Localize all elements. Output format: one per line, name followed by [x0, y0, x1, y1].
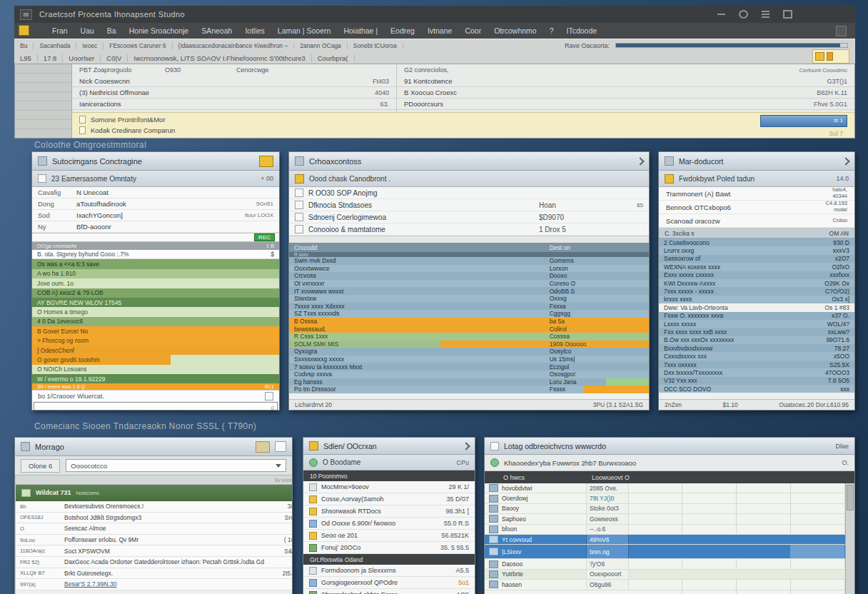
table-row[interactable]: SOLM SMK MIS 1909 Oooooo [289, 341, 649, 348]
toolbar-field[interactable]: C0|V [101, 54, 128, 62]
chevron-right-icon[interactable] [636, 157, 644, 165]
log-row[interactable]: hovobdvtwi 2085 Ove. [485, 483, 845, 493]
summary-row[interactable]: Ianiceractions 63. [72, 99, 396, 110]
table-row[interactable]: Sxxssxwxxg xxxxx Us 15ms| [289, 356, 649, 363]
table-row[interactable]: Crcvoss Dooxo [289, 272, 649, 280]
toolbar-field[interactable]: Iwcrnoonowsk, LITS SOAOV I.Fhinefooonnc … [128, 54, 312, 62]
resource-row[interactable]: Formdoonom ja Slexxxrns A5.5 [303, 565, 475, 577]
table-row[interactable]: Fxxw O. xxxxxxx xxva x37 O. [659, 312, 854, 320]
menu-item[interactable]: Fran [46, 26, 74, 35]
table-row[interactable]: OFES18J Botshoot Jdtklt Strgsdomgx3 Sroo… [16, 513, 293, 524]
document-icon[interactable] [827, 52, 833, 61]
menu-icon[interactable] [761, 10, 770, 19]
table-row[interactable]: 2 Cusebvoocono 930 D [659, 238, 854, 246]
log-col-value-header[interactable]: Loowueovt O [592, 474, 642, 481]
stripe-row[interactable]: > Fhorcog og room [32, 336, 279, 346]
resource-row[interactable]: MocMme>9oeov 29 K 1/ [303, 481, 475, 493]
toolbar-field[interactable]: L95 [14, 54, 38, 62]
table-row[interactable]: Bxxvbvdxxdxxvxw 78.27 [659, 344, 854, 352]
table-row[interactable]: bewsssaud, Colirol [289, 325, 649, 333]
table-row[interactable]: Dxx txxxxx/Txxxxxxxx 47OOO3 [659, 368, 854, 376]
toolbar-field[interactable]: Ieoec [76, 42, 104, 49]
stripe-row[interactable]: 4 0 Da 1eveooc6 [32, 317, 279, 326]
table-row[interactable]: 7xxx xxxxx - xxxxx C?O/O2) [659, 287, 854, 295]
stripe-row[interactable]: O NOICh Losoans [32, 365, 279, 374]
stripe-row[interactable]: Jove oum. 1o [32, 278, 279, 288]
summary-row[interactable]: (3) Nethricist Offmonae 4040 [72, 87, 396, 99]
toolbar-corner-icons[interactable] [812, 49, 849, 64]
menu-item[interactable]: Iotlies [238, 26, 271, 35]
form-row[interactable]: Ny BfD-aooonr [32, 221, 279, 233]
notice-row[interactable]: Kodak Credinare Comparun [79, 125, 847, 136]
resource-row[interactable]: Fonuj' 20OCo 35. 5 55.5 [303, 542, 475, 554]
log-row[interactable]: haosen O8gu96 [485, 580, 845, 590]
panel-a-input[interactable]: 0 [34, 402, 278, 411]
table-row[interactable]: Oyxogra Oosylco [289, 348, 649, 356]
stripe-row[interactable]: 3N / evere wws 1.6 Q 40.1 [32, 383, 279, 390]
panel-d-tool-button-1[interactable] [256, 441, 270, 453]
log-row[interactable]: bfoon --..o.6 [485, 525, 845, 535]
toolbar-field[interactable]: Sacanhada [34, 42, 76, 49]
table-row[interactable]: 7xxx oxxxxx S25.5X [659, 361, 854, 368]
chevron-right-icon[interactable] [842, 157, 849, 165]
table-row[interactable]: IT xovwwwx wxxxt OdoBB.S [289, 287, 649, 295]
form-row[interactable]: Sod IxachYGoncon] flour LOOX [32, 210, 279, 221]
menu-item[interactable]: Honie Sroachonje [123, 26, 195, 35]
table-row[interactable]: Lrurrx oxxg xxxV3 [659, 246, 854, 254]
toolbar-field[interactable]: Uoorlser [63, 54, 101, 62]
footer-icon[interactable] [265, 392, 273, 401]
menu-item[interactable]: Hoiathae | [337, 26, 384, 35]
resource-row[interactable]: Shrorarlcobnd obbta Foroo 1O5 [303, 589, 475, 594]
log-row[interactable]: Baooy Stoke 0ot3 [485, 504, 845, 514]
resource-row[interactable]: Shsorwasok RTDocs 98.3h1 [ [303, 505, 475, 518]
menu-item[interactable]: Ivtnane [421, 26, 458, 35]
menu-item[interactable]: ITcdoode [560, 26, 604, 35]
summary-row[interactable]: B Xoocuo Croexc B82H K.11 [397, 87, 854, 99]
table-row[interactable]: Exxv xxxxx cxxxxx xxxfxxx [659, 271, 854, 279]
log-row[interactable]: |LSixxv txxn.og [485, 545, 845, 559]
summary-col2-header[interactable]: Cenorcwge [236, 66, 389, 74]
menu-item[interactable]: Uau [74, 26, 101, 35]
stripe-row[interactable]: A wo ha 1.910 [32, 269, 279, 278]
menu-item[interactable]: Coor [458, 26, 488, 35]
scrollbar-thumb[interactable] [847, 485, 854, 510]
list-item[interactable]: Sdnoenj Coerlogimewoa $D9070 [289, 211, 649, 223]
table-row[interactable]: B Osssa ba 5a [289, 318, 649, 326]
table-row[interactable]: Po tm Drsssoor Fssss [289, 386, 649, 393]
minimize-icon[interactable] [717, 10, 726, 19]
table-row[interactable]: 7xxxx xxxx Xdxxxx Fxxxa [289, 303, 649, 311]
stripe-row[interactable]: B. ota. Stgvrey byhund Gooo :.7% $ [32, 250, 279, 259]
table-row[interactable]: Dww: Va Lavb-Orteonta Os 1 #83 [659, 303, 854, 311]
table-row[interactable]: R soxx [289, 252, 649, 257]
stripe-row[interactable]: COB A) xxoc2 & 79 LOB [32, 288, 279, 298]
log-row[interactable]: Daosoo '/y'O6 [485, 559, 845, 569]
form-row[interactable]: Dong aToutofhadinook 5Gn51 [32, 198, 279, 210]
form-row[interactable]: Cavafig N Unecoat [32, 187, 279, 198]
stripe-row[interactable]: B Gover Euros! No [32, 326, 279, 336]
menu-extra-icon[interactable] [836, 26, 847, 36]
log-row[interactable]: Saphoeo Gowseoss [485, 514, 845, 524]
info-row[interactable]: Scanoad oracozw Crdoo [659, 214, 854, 228]
table-row[interactable]: Crocodd Dest on [289, 243, 649, 252]
toolbar-field[interactable]: Bu [14, 42, 34, 49]
menu-item[interactable]: Otrcowhnmo [488, 26, 543, 35]
summary-row[interactable]: 91 Kontcotwnce G3T()1 [397, 76, 854, 87]
table-row[interactable]: B.Ow xxx xxxOx xxxxxxxx 99O71.6 [659, 336, 854, 344]
info-row[interactable]: Trammonert (A) Bawt hato4, 40344 [659, 187, 854, 201]
table-row[interactable]: 118OA/a(c Soct XPSWOVM S&tryd! [16, 545, 293, 557]
toolbar-field[interactable]: Sonebt tCUoroa [348, 42, 403, 49]
table-row[interactable]: V32 Yxx xxx 7.8 5O5 [659, 377, 854, 385]
stripe-row[interactable]: O gover gxvd6 tootxhm [32, 355, 279, 364]
summary-name-header[interactable]: PBT Zoaprorguolo [79, 66, 165, 74]
stripe-row[interactable]: ] OdescChenf [32, 346, 279, 355]
stripe-row[interactable]: OOga xxomasfw 1 B [32, 242, 279, 250]
table-row[interactable]: Lxxxx xxxxx WOL/4? [659, 320, 854, 328]
table-row[interactable]: FR2 52) DaxGeoc Acada Ordorter Gateddero… [16, 557, 293, 568]
vertical-scrollbar[interactable] [845, 483, 854, 594]
selected-row[interactable]: Wildcat 731 hostcomo Gnt [16, 485, 293, 501]
toolbar-field[interactable]: FEscoows Caruner 6 [104, 42, 172, 49]
resource-row[interactable]: Cosse,Aorvay(Samoh 35 D/07 [303, 493, 475, 505]
table-row[interactable]: Eg hansss Loru Jana [289, 378, 649, 386]
summary-col1-header[interactable]: O930 [165, 66, 236, 74]
table-row[interactable]: Sassoxrow of x2O7 [659, 255, 854, 263]
